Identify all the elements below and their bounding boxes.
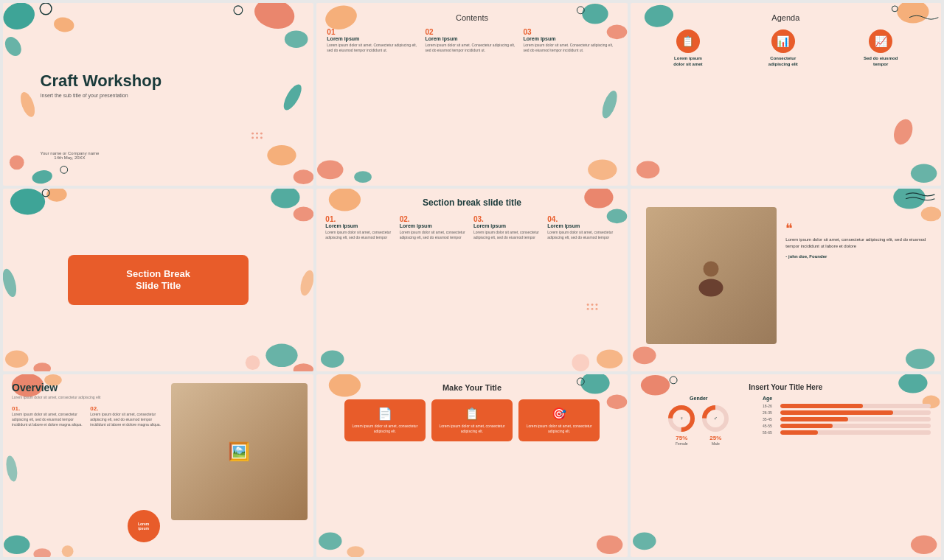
- svg-point-54: [596, 304, 598, 306]
- slide3-agenda-item-1: 📋 Lorem ipsumdolor sit amet: [673, 29, 702, 68]
- slide9-age-range-2: 26-35: [763, 410, 777, 415]
- slide7-col-2: 02. Lorem ipsum dolor sit amet, consecte…: [90, 405, 164, 427]
- slide3-agenda-items: 📋 Lorem ipsumdolor sit amet 📊 Consectetu…: [641, 29, 931, 68]
- svg-point-4: [251, 3, 297, 33]
- slide8-card2-icon: 📋: [437, 407, 507, 421]
- slide2-col3-title: Lorem ipsum: [524, 36, 617, 41]
- slide9-male-label: Male: [701, 441, 730, 446]
- slide7-col-1: 01. Lorem ipsum dolor sit amet, consecte…: [12, 405, 86, 427]
- svg-point-63: [699, 279, 723, 296]
- slide9-heading: Insert Your Title Here: [641, 383, 931, 391]
- svg-point-1: [40, 3, 52, 15]
- svg-point-44: [3, 267, 19, 298]
- svg-point-24: [588, 160, 617, 181]
- svg-point-23: [317, 161, 343, 180]
- slide5-fc4-num: 04.: [547, 215, 618, 223]
- svg-point-38: [42, 189, 49, 197]
- svg-point-62: [704, 261, 719, 276]
- slide9-bar-fill-4: [780, 424, 833, 428]
- svg-point-8: [31, 169, 53, 185]
- svg-point-73: [319, 533, 341, 550]
- slide9-bar-track-2: [780, 410, 931, 415]
- slide9-bar-track-5: [780, 430, 931, 435]
- svg-point-26: [355, 171, 372, 183]
- slide8-heading: Make Your Title: [327, 383, 617, 392]
- slide9-age-bar-2: 26-35: [763, 410, 931, 415]
- slide5-fc1-title: Lorem ipsum: [325, 223, 396, 228]
- svg-point-6: [234, 6, 243, 15]
- svg-point-12: [251, 133, 254, 135]
- slide3-agenda-item-3: 📈 Sed do eiusmodtempor: [864, 29, 898, 68]
- svg-point-58: [893, 189, 925, 209]
- slide7-two-cols: 01. Lorem ipsum dolor sit amet, consecte…: [12, 405, 164, 427]
- slide7-col1-num: 01.: [12, 405, 86, 412]
- svg-point-5: [285, 30, 308, 48]
- slide7-badge: Lorem ipsum: [128, 510, 160, 542]
- slide-contents: Contents 01 Lorem ipsum Lorem ipsum dolo…: [316, 3, 627, 186]
- svg-point-34: [10, 189, 45, 214]
- slide7-col2-num: 02.: [90, 405, 164, 412]
- slide5-fc1-text: Lorem ipsum dolor sit amet, consectetur …: [325, 230, 396, 240]
- slide-overview: Overview Lorem ipsum dolor sit amet, con…: [3, 374, 313, 557]
- slide9-male-donut: ♂: [701, 404, 730, 433]
- slide5-fc-3: 03. Lorem ipsum Lorem ipsum dolor sit am…: [473, 215, 544, 240]
- slide9-age-range-1: 18-26: [763, 404, 777, 408]
- slide8-card3-text: Lorem ipsum dolor sit amet, consectetur …: [524, 424, 594, 434]
- svg-point-14: [260, 133, 263, 135]
- slide9-bar-track-1: [780, 404, 931, 408]
- svg-point-61: [906, 349, 934, 369]
- svg-point-13: [256, 133, 258, 135]
- svg-point-56: [591, 308, 594, 310]
- slide2-col1-num: 01: [327, 28, 420, 36]
- svg-point-30: [890, 116, 915, 147]
- slide9-heading-normal: Insert Your: [749, 383, 787, 391]
- svg-point-16: [256, 137, 258, 139]
- svg-point-35: [46, 189, 67, 202]
- slide2-col2-title: Lorem ipsum: [425, 36, 518, 41]
- svg-point-57: [596, 308, 598, 310]
- slide5-fc2-text: Lorem ipsum dolor sit amet, consectetur …: [400, 230, 471, 240]
- slide2-col3-text: Lorem ipsum dolor sit amet. Consectetur …: [524, 43, 617, 53]
- slide3-icon-3: 📈: [869, 29, 892, 53]
- slide8-card-1: 📄 Lorem ipsum dolor sit amet, consectetu…: [344, 399, 426, 441]
- slide5-fc3-num: 03.: [473, 215, 544, 223]
- svg-point-9: [60, 166, 68, 173]
- svg-point-32: [911, 164, 937, 183]
- svg-point-43: [246, 355, 260, 370]
- slide9-gender-col: Gender ♀ 75% Female: [641, 396, 757, 446]
- slide6-quote-text: Lorem ipsum dolor sit amet, consectetur …: [785, 237, 929, 250]
- slide-infographic: Insert Your Title Here Gender ♀: [631, 374, 941, 557]
- svg-point-18: [280, 82, 305, 113]
- svg-point-49: [321, 350, 344, 368]
- slide2-heading: Contents: [327, 13, 617, 22]
- svg-point-40: [33, 363, 51, 371]
- svg-point-45: [298, 269, 313, 297]
- slide9-gender-heading: Gender: [641, 396, 757, 401]
- slide2-col-3: 03 Lorem ipsum Lorem ipsum dolor sit ame…: [524, 28, 617, 53]
- slide1-date: 14th May, 20XX: [41, 155, 100, 160]
- svg-point-3: [3, 34, 24, 59]
- slide8-heading-bold: Title: [485, 383, 502, 392]
- slide9-female-pct: 75%: [667, 435, 696, 441]
- slide2-col1-title: Lorem ipsum: [327, 36, 420, 41]
- svg-point-52: [587, 304, 589, 306]
- slide-craft-workshop: Craft Workshop Insert the sub title of y…: [3, 3, 313, 186]
- svg-point-37: [294, 207, 314, 222]
- slide2-col2-num: 02: [425, 28, 518, 36]
- slide8-card1-text: Lorem ipsum dolor sit amet, consectetur …: [350, 424, 420, 434]
- slide4-title: Section Break Slide Title: [84, 268, 232, 291]
- slide1-main-title: Craft Workshop: [41, 72, 283, 90]
- slide9-heading-bold: Title Here: [789, 383, 822, 391]
- slide9-bar-track-3: [780, 417, 931, 421]
- slide7-content: Overview Lorem ipsum dolor sit amet, con…: [3, 374, 313, 557]
- svg-point-42: [294, 363, 314, 371]
- slide7-col2-text: Lorem ipsum dolor sit amet, consectetur …: [90, 412, 164, 427]
- slide9-bar-fill-2: [780, 410, 893, 415]
- slide1-footer: Your name or Company name 14th May, 20XX: [41, 151, 100, 160]
- slide9-bar-fill-1: [780, 404, 863, 408]
- slide3-title-1: Lorem ipsumdolor sit amet: [673, 56, 702, 68]
- slide6-quote-area: ❝ Lorem ipsum dolor sit amet, consectetu…: [785, 222, 929, 259]
- slide3-icon-1: 📋: [676, 29, 700, 53]
- svg-point-27: [600, 89, 620, 120]
- slide8-card-3: 🎯 Lorem ipsum dolor sit amet, consectetu…: [518, 399, 600, 441]
